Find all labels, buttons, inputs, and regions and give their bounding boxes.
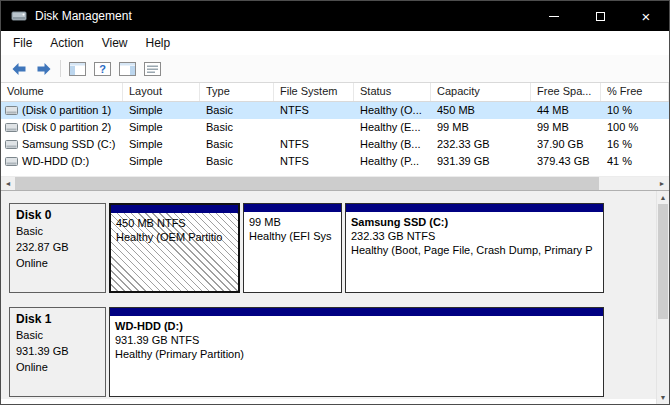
disk-type: Basic: [16, 223, 99, 239]
disk-label: Disk 0: [16, 207, 99, 223]
properties-button[interactable]: [140, 57, 165, 80]
minimize-button[interactable]: [531, 1, 577, 31]
partition-size-fs: 450 MB NTFS: [116, 216, 233, 230]
file-system-cell: NTFS: [274, 136, 354, 153]
type-cell: Basic: [200, 136, 274, 153]
partition-status: Healthy (Primary Partition): [115, 347, 598, 361]
disk-1-block: Disk 1 Basic 931.39 GB Online WD-HDD (D:…: [9, 307, 645, 397]
volume-name: Samsung SSD (C:): [22, 136, 116, 153]
app-icon-glyph: [11, 8, 27, 24]
maximize-button[interactable]: [577, 1, 623, 31]
partition-disk0-efi[interactable]: 99 MB Healthy (EFI Sys: [243, 203, 342, 293]
partition-disk1-d[interactable]: WD-HDD (D:) 931.39 GB NTFS Healthy (Prim…: [109, 307, 604, 397]
menu-view[interactable]: View: [93, 31, 137, 55]
capacity-cell: 99 MB: [431, 119, 531, 136]
column-header-layout[interactable]: Layout: [123, 83, 200, 101]
disk-size: 931.39 GB: [16, 343, 99, 359]
volume-row-wd-hdd-d[interactable]: WD-HDD (D:) Simple Basic NTFS Healthy (P…: [1, 153, 669, 170]
help-button[interactable]: ?: [90, 57, 115, 80]
scroll-right-arrow[interactable]: ►: [655, 177, 669, 190]
capacity-cell: 232.33 GB: [431, 136, 531, 153]
percent-free-cell: 16 %: [601, 136, 669, 153]
column-header-capacity[interactable]: Capacity: [431, 83, 531, 101]
disk-0-block: Disk 0 Basic 232.87 GB Online 450 MB NTF…: [9, 203, 645, 293]
file-system-cell: [274, 119, 354, 136]
volume-row-disk0-partition2[interactable]: (Disk 0 partition 2) Simple Basic Health…: [1, 119, 669, 136]
layout-cell: Simple: [123, 136, 200, 153]
close-button[interactable]: ×: [623, 1, 669, 31]
show-console-tree-button[interactable]: [65, 57, 90, 80]
type-cell: Basic: [200, 119, 274, 136]
horizontal-scroll-thumb[interactable]: [15, 177, 599, 190]
window-title: Disk Management: [35, 9, 132, 23]
layout-cell: Simple: [123, 102, 200, 119]
column-header-type[interactable]: Type: [200, 83, 274, 101]
volume-row-disk0-partition1[interactable]: (Disk 0 partition 1) Simple Basic NTFS H…: [1, 102, 669, 119]
volume-icon: [5, 156, 18, 167]
properties-icon: [144, 62, 161, 76]
back-button[interactable]: [6, 57, 31, 80]
disk-size: 232.87 GB: [16, 239, 99, 255]
menu-file[interactable]: File: [4, 31, 41, 55]
partition-volume-name: Samsung SSD (C:): [351, 215, 598, 229]
vertical-scroll-thumb[interactable]: [658, 204, 668, 319]
volume-list-horizontal-scrollbar: ◄ ►: [1, 176, 669, 190]
partition-disk0-c[interactable]: Samsung SSD (C:) 232.33 GB NTFS Healthy …: [345, 203, 604, 293]
disk-0-partitions: 450 MB NTFS Healthy (OEM Partitio 99 MB …: [109, 203, 607, 293]
column-header-percent-free[interactable]: % Free: [601, 83, 669, 101]
scroll-up-arrow[interactable]: ▲: [657, 191, 669, 204]
disk-status: Online: [16, 359, 99, 375]
show-action-pane-icon: [119, 62, 136, 76]
svg-text:?: ?: [99, 63, 106, 75]
column-header-volume[interactable]: Volume: [1, 83, 123, 101]
disk-1-info-panel[interactable]: Disk 1 Basic 931.39 GB Online: [9, 307, 106, 397]
scroll-down-arrow[interactable]: ▼: [657, 391, 669, 404]
window-controls: ×: [531, 1, 669, 31]
graphical-view-pane: Disk 0 Basic 232.87 GB Online 450 MB NTF…: [1, 190, 669, 404]
column-header-free-space[interactable]: Free Spa...: [531, 83, 601, 101]
partition-status: Healthy (OEM Partitio: [116, 230, 233, 244]
partition-size-fs: 931.39 GB NTFS: [115, 333, 598, 347]
partition-status: Healthy (Boot, Page File, Crash Dump, Pr…: [351, 243, 598, 257]
menu-bar: File Action View Help: [1, 31, 669, 55]
partition-color-bar: [346, 204, 603, 212]
disk-status: Online: [16, 255, 99, 271]
percent-free-cell: 100 %: [601, 119, 669, 136]
disk-management-window: Disk Management × File Action View Help: [0, 0, 670, 405]
volume-name-cell: WD-HDD (D:): [1, 153, 123, 170]
scroll-left-arrow[interactable]: ◄: [1, 177, 15, 190]
partition-disk0-oem[interactable]: 450 MB NTFS Healthy (OEM Partitio: [109, 203, 240, 293]
free-space-cell: 37.90 GB: [531, 136, 601, 153]
partition-body: WD-HDD (D:) 931.39 GB NTFS Healthy (Prim…: [110, 316, 603, 396]
free-space-cell: 44 MB: [531, 102, 601, 119]
graphical-view-vertical-scrollbar: ▲ ▼: [656, 191, 669, 404]
disk-0-info-panel[interactable]: Disk 0 Basic 232.87 GB Online: [9, 203, 106, 293]
volume-row-samsung-ssd-c[interactable]: Samsung SSD (C:) Simple Basic NTFS Healt…: [1, 136, 669, 153]
file-system-cell: NTFS: [274, 102, 354, 119]
show-action-pane-button[interactable]: [115, 57, 140, 80]
menu-action[interactable]: Action: [41, 31, 92, 55]
partition-size-fs: 232.33 GB NTFS: [351, 229, 598, 243]
column-header-file-system[interactable]: File System: [274, 83, 354, 101]
layout-cell: Simple: [123, 153, 200, 170]
volume-table-header: Volume Layout Type File System Status Ca…: [1, 83, 669, 102]
percent-free-cell: 41 %: [601, 153, 669, 170]
status-cell: Healthy (E...: [354, 119, 431, 136]
status-cell: Healthy (O...: [354, 102, 431, 119]
volume-icon: [5, 105, 18, 116]
capacity-cell: 450 MB: [431, 102, 531, 119]
legend-strip: [1, 399, 656, 404]
maximize-icon: [596, 12, 605, 21]
minimize-icon: [549, 16, 559, 17]
volume-icon: [5, 122, 18, 133]
titlebar: Disk Management ×: [1, 1, 669, 31]
forward-button[interactable]: [31, 57, 56, 80]
partition-size-fs: 99 MB: [249, 215, 336, 229]
partition-body: Samsung SSD (C:) 232.33 GB NTFS Healthy …: [346, 212, 603, 292]
partition-body: 450 MB NTFS Healthy (OEM Partitio: [111, 213, 238, 291]
menu-help[interactable]: Help: [137, 31, 180, 55]
column-header-status[interactable]: Status: [354, 83, 431, 101]
partition-volume-name: WD-HDD (D:): [115, 319, 598, 333]
close-icon: ×: [642, 9, 651, 24]
type-cell: Basic: [200, 153, 274, 170]
